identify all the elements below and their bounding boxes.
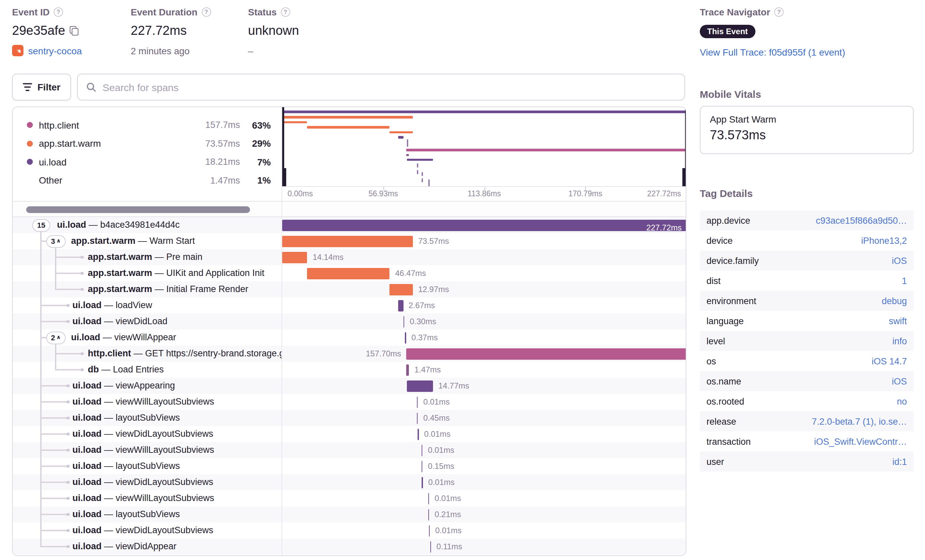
minimap-right-handle[interactable] (682, 168, 686, 186)
tag-row-os.rooted: os.rootedno (700, 391, 914, 411)
span-row-ui.load[interactable]: ui.load — viewWillLayoutSubviews0.01ms (13, 394, 686, 410)
span-duration-bar[interactable] (422, 461, 423, 472)
legend-item-duration: 1.47ms (192, 176, 240, 186)
span-row-ui.load[interactable]: ui.load — viewAppearing14.77ms (13, 378, 686, 394)
legend-item-Other[interactable]: Other1.47ms1% (13, 171, 282, 189)
legend-item-app-start-warm[interactable]: app.start.warm73.57ms29% (13, 134, 282, 153)
span-row-db[interactable]: db — Load Entries1.47ms (13, 362, 686, 378)
tag-value[interactable]: debug (882, 296, 907, 306)
project-link[interactable]: sentry-cocoa (28, 45, 82, 56)
filter-button[interactable]: Filter (12, 74, 71, 101)
span-duration-bar[interactable] (428, 509, 429, 520)
span-duration-bar[interactable] (404, 316, 405, 327)
span-row-ui.load[interactable]: ui.load — viewDidLayoutSubviews0.01ms (13, 426, 686, 442)
tag-value[interactable]: iPhone13,2 (861, 236, 907, 246)
minimap-span-app.start.warm (307, 126, 390, 128)
tag-value[interactable]: iOS (892, 376, 907, 386)
event-time-ago: 2 minutes ago (131, 45, 211, 56)
span-row-ui.load[interactable]: ui.load — viewDidLayoutSubviews0.01ms (13, 522, 686, 539)
span-name: db — Load Entries (13, 362, 282, 378)
span-row-app.start.warm[interactable]: app.start.warm — UIKit and Application I… (13, 265, 686, 281)
span-duration-bar[interactable] (429, 525, 430, 536)
span-duration-label: 0.37ms (411, 330, 438, 346)
legend-item-name: ui.load (39, 157, 192, 167)
span-duration-bar[interactable] (405, 332, 406, 343)
span-row-ui.load[interactable]: ui.load — b4ace34981e44d4c15227.72ms (13, 217, 686, 233)
span-name: ui.load — loadView (13, 297, 282, 314)
tag-value[interactable]: 7.2.0-beta.7 (1), io.se… (812, 416, 907, 426)
span-row-ui.load[interactable]: ui.load — viewDidLayoutSubviews0.01ms (13, 474, 686, 490)
span-duration-bar[interactable] (422, 477, 423, 488)
legend-item-http-client[interactable]: http.client157.7ms63% (13, 116, 282, 134)
span-duration-bar[interactable] (430, 541, 431, 552)
span-row-app.start.warm[interactable]: app.start.warm — Initial Frame Render12.… (13, 281, 686, 297)
expand-pill[interactable]: 15 (32, 219, 50, 231)
trace-navigator-label: Trace Navigator (700, 7, 770, 17)
tag-value[interactable]: info (892, 336, 907, 346)
span-row-app.start.warm[interactable]: app.start.warm — Warm Start3∧73.57ms (13, 233, 686, 249)
tag-row-environment: environmentdebug (700, 291, 914, 311)
minimap-connector-dash (429, 180, 430, 186)
view-full-trace-link[interactable]: View Full Trace: f05d955f (1 event) (700, 47, 845, 58)
copy-icon[interactable] (70, 26, 80, 36)
span-name: ui.load — layoutSubViews (13, 458, 282, 474)
search-input[interactable] (102, 81, 676, 93)
tag-key: device.family (707, 255, 892, 266)
span-bar-cell: 0.01ms (282, 394, 686, 410)
span-bar-cell: 0.15ms (282, 458, 686, 474)
span-row-ui.load[interactable]: ui.load — layoutSubViews0.21ms (13, 506, 686, 522)
span-row-ui.load[interactable]: ui.load — viewWillAppear2∧0.37ms (13, 330, 686, 346)
span-duration-bar[interactable] (407, 364, 409, 375)
span-row-ui.load[interactable]: ui.load — layoutSubViews0.15ms (13, 458, 686, 474)
tag-value[interactable]: iOS_Swift.ViewContr… (814, 437, 907, 446)
minimap-left-handle[interactable] (282, 168, 286, 186)
tag-value[interactable]: swift (889, 316, 907, 326)
span-duration-bar[interactable] (407, 380, 433, 392)
span-bar-cell: 0.30ms (282, 314, 686, 330)
span-row-app.start.warm[interactable]: app.start.warm — Pre main14.14ms (13, 249, 686, 265)
expand-pill[interactable]: 2∧ (46, 331, 65, 344)
trace-minimap[interactable] (282, 107, 686, 186)
span-duration-bar[interactable] (417, 396, 418, 408)
span-duration-bar[interactable] (282, 252, 307, 263)
event-duration-value: 227.72ms (131, 24, 187, 38)
span-duration-bar[interactable] (307, 267, 390, 279)
span-row-ui.load[interactable]: ui.load — viewDidAppear0.11ms (13, 539, 686, 555)
span-duration-bar[interactable] (407, 348, 686, 359)
span-duration-bar[interactable]: 227.72ms (282, 219, 686, 231)
status-sub: – (248, 45, 299, 56)
span-duration-label: 2.67ms (408, 297, 435, 314)
help-icon[interactable]: ? (202, 8, 211, 17)
span-duration-label: 0.30ms (410, 314, 436, 330)
span-duration-bar[interactable] (418, 428, 419, 440)
tag-value[interactable]: iOS 14.7 (872, 356, 907, 366)
span-bar-cell: 0.11ms (282, 539, 686, 555)
span-duration-bar[interactable] (417, 412, 418, 424)
span-row-http.client[interactable]: http.client — GET https://sentry-brand.s… (13, 346, 686, 362)
span-bar-cell: 14.77ms (282, 378, 686, 394)
tag-value[interactable]: iOS (892, 255, 907, 266)
span-row-ui.load[interactable]: ui.load — viewWillLayoutSubviews0.01ms (13, 442, 686, 458)
span-duration-bar[interactable] (428, 493, 429, 504)
span-duration-bar[interactable] (282, 236, 413, 247)
span-row-ui.load[interactable]: ui.load — viewWillLayoutSubviews0.01ms (13, 490, 686, 506)
legend-item-ui-load[interactable]: ui.load18.21ms7% (13, 153, 282, 171)
tag-row-device.family: device.familyiOS (700, 251, 914, 270)
span-row-ui.load[interactable]: ui.load — loadView2.67ms (13, 297, 686, 314)
help-icon[interactable]: ? (774, 8, 783, 17)
span-row-ui.load[interactable]: ui.load — viewDidLoad0.30ms (13, 314, 686, 330)
expand-pill[interactable]: 3∧ (46, 235, 65, 248)
help-icon[interactable]: ? (54, 8, 63, 17)
tag-key: user (707, 456, 892, 467)
span-row-ui.load[interactable]: ui.load — layoutSubViews0.45ms (13, 410, 686, 426)
tag-value[interactable]: c93ace15f866a9d50… (816, 215, 907, 225)
help-icon[interactable]: ? (281, 8, 290, 17)
tag-value[interactable]: id:1 (892, 456, 907, 467)
tag-value[interactable]: 1 (902, 276, 907, 286)
scrollbar-thumb[interactable] (26, 206, 250, 213)
tag-value[interactable]: no (897, 396, 907, 406)
span-duration-bar[interactable] (390, 284, 413, 295)
span-duration-bar[interactable] (398, 300, 403, 311)
span-bar-cell: 2.67ms (282, 297, 686, 314)
span-duration-bar[interactable] (422, 444, 423, 456)
